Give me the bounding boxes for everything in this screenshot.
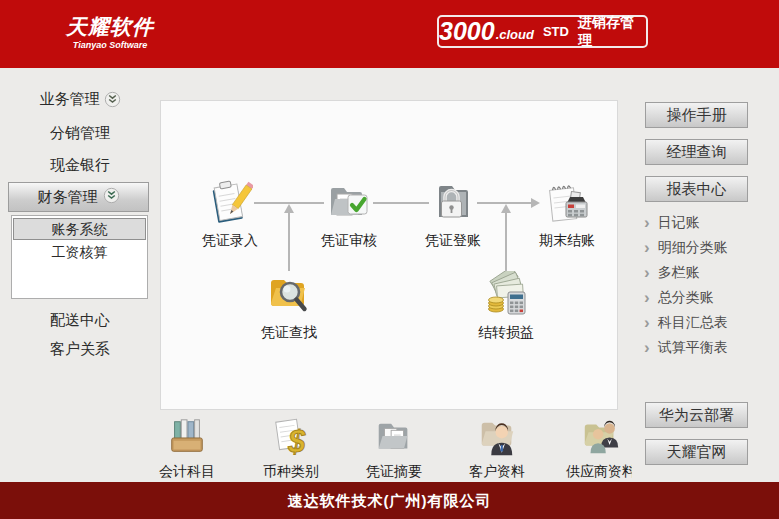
report-link-general-ledger[interactable]: ›总分类账 xyxy=(644,288,774,308)
chevron-down-circle-icon xyxy=(103,187,120,207)
sidebar-item-customer-relation[interactable]: 客户关系 xyxy=(0,340,160,359)
report-link-label: 试算平衡表 xyxy=(658,339,728,357)
connector-line xyxy=(288,212,290,271)
shortcut-label: 客户资料 xyxy=(452,463,542,481)
connector-line xyxy=(505,212,507,271)
workflow-step-label: 凭证录入 xyxy=(182,232,278,250)
logo: 天耀软件 Tianyao Software xyxy=(66,15,154,50)
chevron-right-icon: › xyxy=(644,341,650,355)
workflow-step-voucher-entry[interactable]: 凭证录入 xyxy=(182,179,278,250)
arrow-up-icon xyxy=(284,204,294,213)
sidebar-item-delivery[interactable]: 配送中心 xyxy=(0,311,160,330)
customer-folder-icon xyxy=(476,416,518,458)
sidebar-item-finance[interactable]: 财务管理 xyxy=(8,182,149,212)
workflow-step-label: 凭证登账 xyxy=(405,232,501,250)
product-badge: 3000 .cloud STD 进销存管理 xyxy=(437,15,648,48)
sidebar-item-label: 财务管理 xyxy=(38,188,98,207)
manual-button[interactable]: 操作手册 xyxy=(645,102,748,128)
workflow-step-label: 期末结账 xyxy=(519,232,615,250)
workflow-step-voucher-post[interactable]: 凭证登账 xyxy=(405,179,501,250)
report-link-multicolumn[interactable]: ›多栏账 xyxy=(644,263,774,283)
workflow-step-label: 凭证审核 xyxy=(301,232,397,250)
logo-subtitle: Tianyao Software xyxy=(66,40,154,50)
app-header: 天耀软件 Tianyao Software 3000 .cloud STD 进销… xyxy=(0,0,779,68)
report-link-trial-balance[interactable]: ›试算平衡表 xyxy=(644,338,774,358)
chevron-right-icon: › xyxy=(644,316,650,330)
report-center-button[interactable]: 报表中心 xyxy=(645,176,748,202)
huawei-cloud-button[interactable]: 华为云部署 xyxy=(645,402,748,428)
shortcut-account-subjects[interactable]: 会计科目 xyxy=(142,416,232,481)
chevron-right-icon: › xyxy=(644,291,650,305)
arrow-up-icon xyxy=(501,204,511,213)
shortcut-voucher-summary[interactable]: 凭证摘要 xyxy=(349,416,439,481)
report-link-label: 科目汇总表 xyxy=(658,314,728,332)
folder-check-icon xyxy=(326,179,372,225)
report-link-label: 多栏账 xyxy=(658,264,700,282)
badge-cloud-suffix: .cloud xyxy=(496,27,534,46)
workflow-step-voucher-search[interactable]: 凭证查找 xyxy=(241,271,337,342)
dollar-document-icon: $ xyxy=(270,416,312,458)
app-window: 天耀软件 Tianyao Software 3000 .cloud STD 进销… xyxy=(0,0,779,519)
submenu-item-accounting-system[interactable]: 账务系统 xyxy=(13,218,146,240)
sidebar-item-label: 配送中心 xyxy=(50,311,110,328)
folder-search-icon xyxy=(266,271,312,317)
workflow-canvas: 凭证录入 凭证审核 xyxy=(160,100,618,410)
report-link-detail-ledger[interactable]: ›明细分类账 xyxy=(644,238,774,258)
shortcut-customer-info[interactable]: 客户资料 xyxy=(452,416,542,481)
sidebar-item-cash-bank[interactable]: 现金银行 xyxy=(0,156,160,175)
footer-bar: 速达软件技术(广州)有限公司 xyxy=(0,482,779,519)
report-link-subject-summary[interactable]: ›科目汇总表 xyxy=(644,313,774,333)
notepad-register-icon xyxy=(544,179,590,225)
svg-text:$: $ xyxy=(287,424,306,458)
chevron-right-icon: › xyxy=(644,241,650,255)
report-link-journal[interactable]: ›日记账 xyxy=(644,213,774,233)
sidebar-item-label: 客户关系 xyxy=(50,340,110,357)
sidebar-item-label: 业务管理 xyxy=(40,90,100,107)
sidebar-item-label: 现金银行 xyxy=(50,156,110,173)
shortcut-label: 币种类别 xyxy=(246,463,336,481)
report-link-label: 日记账 xyxy=(658,214,700,232)
badge-edition: STD xyxy=(543,24,569,39)
badge-number: 3000 xyxy=(439,19,495,44)
shortcut-label: 凭证摘要 xyxy=(349,463,439,481)
workflow-step-profit-carryover[interactable]: 结转损益 xyxy=(458,271,554,342)
folder-docs-icon xyxy=(373,416,415,458)
chevron-down-circle-icon xyxy=(104,94,121,111)
shortcut-label: 会计科目 xyxy=(142,463,232,481)
chevron-right-icon: › xyxy=(644,266,650,280)
folder-lock-icon xyxy=(430,179,476,225)
sidebar-item-distribution[interactable]: 分销管理 xyxy=(0,124,160,143)
report-link-label: 总分类账 xyxy=(658,289,714,307)
manager-query-button[interactable]: 经理查询 xyxy=(645,139,748,165)
company-name: 速达软件技术(广州)有限公司 xyxy=(288,492,492,509)
finance-submenu: 账务系统 工资核算 xyxy=(11,215,148,299)
logo-title: 天耀软件 xyxy=(66,15,154,39)
notepad-pencil-icon xyxy=(207,179,253,225)
report-link-label: 明细分类账 xyxy=(658,239,728,257)
right-panel: 操作手册 经理查询 报表中心 ›日记账 ›明细分类账 ›多栏账 ›总分类账 ›科… xyxy=(632,68,779,482)
supplier-folder-icon xyxy=(580,416,622,458)
workflow-step-label: 凭证查找 xyxy=(241,324,337,342)
workflow-step-period-close[interactable]: 期末结账 xyxy=(519,179,615,250)
binder-box-icon xyxy=(166,416,208,458)
shortcut-currency-types[interactable]: $ 币种类别 xyxy=(246,416,336,481)
official-website-button[interactable]: 天耀官网 xyxy=(645,439,748,465)
sidebar-item-label: 分销管理 xyxy=(50,124,110,141)
badge-product-name: 进销存管理 xyxy=(578,14,646,50)
money-calculator-icon xyxy=(483,271,529,317)
left-sidebar: 业务管理 分销管理 现金银行 财务管理 账务系统 工资核算 配送中心 客户关系 xyxy=(0,68,160,482)
workflow-step-label: 结转损益 xyxy=(458,324,554,342)
sidebar-item-business[interactable]: 业务管理 xyxy=(0,90,160,111)
workflow-step-voucher-audit[interactable]: 凭证审核 xyxy=(301,179,397,250)
chevron-right-icon: › xyxy=(644,216,650,230)
submenu-item-payroll[interactable]: 工资核算 xyxy=(13,242,146,262)
